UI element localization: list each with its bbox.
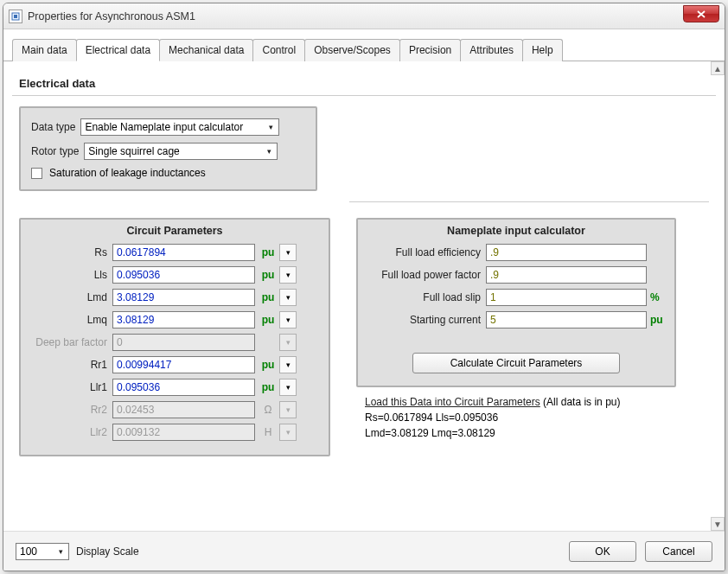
saturation-label: Saturation of leakage inductances	[49, 167, 206, 179]
tab-mechanical-data[interactable]: Mechanical data	[159, 39, 253, 61]
nameplate-label: Full load power factor	[365, 269, 486, 281]
tab-help[interactable]: Help	[522, 39, 563, 61]
param-row: Llr10.095036pu▾	[28, 379, 322, 396]
nameplate-input-0[interactable]: .9	[486, 244, 647, 261]
param-unit-dropdown[interactable]: ▾	[279, 379, 297, 396]
divider	[349, 201, 709, 202]
scroll-up-icon[interactable]: ▲	[711, 61, 725, 75]
electrical-data-group: Data type Enable Nameplate input calcula…	[19, 106, 317, 191]
param-row: Rs0.0617894pu▾	[28, 244, 322, 261]
param-unit-dropdown: ▾	[279, 424, 297, 441]
results-block: Load this Data into Circuit Parameters (…	[365, 394, 716, 441]
nameplate-label: Full load slip	[365, 291, 486, 303]
param-input-lmq[interactable]: 3.08129	[112, 311, 255, 328]
param-label: Llr1	[28, 381, 112, 393]
dialog-window: Properties for Asynchronous ASM1 Main da…	[3, 3, 725, 571]
nameplate-row: Full load slip1%	[365, 289, 667, 306]
param-unit: pu	[259, 246, 278, 258]
nameplate-input-1[interactable]: .9	[486, 266, 647, 284]
chevron-down-icon: ▾	[286, 360, 291, 369]
tab-main-data[interactable]: Main data	[12, 39, 77, 61]
chevron-down-icon: ▾	[286, 248, 291, 257]
param-unit: pu	[259, 291, 278, 303]
display-scale-select[interactable]: 100 ▾	[16, 543, 69, 560]
saturation-checkbox[interactable]	[31, 168, 42, 179]
param-unit-dropdown[interactable]: ▾	[279, 356, 297, 373]
nameplate-label: Full load efficiency	[365, 246, 486, 258]
titlebar: Properties for Asynchronous ASM1	[3, 3, 725, 29]
param-row: Llr20.009132H▾	[28, 424, 322, 441]
param-unit-dropdown[interactable]: ▾	[279, 244, 297, 261]
bottom-bar: 100 ▾ Display Scale OK Cancel	[3, 531, 725, 571]
scroll-down-icon[interactable]: ▼	[711, 517, 725, 531]
param-input-lmd[interactable]: 3.08129	[112, 289, 255, 306]
chevron-down-icon: ▾	[286, 338, 291, 347]
nameplate-panel: Nameplate input calculator Full load eff…	[356, 218, 676, 387]
nameplate-panel-title: Nameplate input calculator	[365, 225, 667, 237]
param-input-rs[interactable]: 0.0617894	[112, 244, 255, 261]
param-label: Lmq	[28, 314, 112, 326]
content-area: ▲ Electrical data Data type Enable Namep…	[3, 61, 725, 531]
nameplate-row: Starting current5pu	[365, 311, 667, 328]
chevron-down-icon: ▾	[286, 405, 291, 414]
rotor-type-select[interactable]: Single squirrel cage ▾	[84, 143, 278, 160]
chevron-down-icon: ▾	[286, 316, 291, 324]
param-label: Rr1	[28, 359, 112, 371]
display-scale-label: Display Scale	[76, 545, 139, 558]
app-icon	[9, 10, 22, 23]
chevron-down-icon: ▾	[265, 121, 277, 133]
nameplate-unit: pu	[650, 314, 667, 326]
param-label: Lmd	[28, 291, 112, 303]
tab-electrical-data[interactable]: Electrical data	[76, 39, 160, 61]
param-unit: Ω	[259, 404, 278, 416]
param-unit: pu	[259, 381, 278, 393]
param-label: Llr2	[28, 426, 112, 438]
param-unit-dropdown: ▾	[279, 334, 297, 351]
tab-precision[interactable]: Precision	[399, 39, 461, 61]
rotor-type-label: Rotor type	[31, 145, 79, 157]
tab-bar: Main data Electrical data Mechanical dat…	[3, 29, 725, 61]
ok-button[interactable]: OK	[569, 541, 636, 562]
param-unit-dropdown[interactable]: ▾	[279, 311, 297, 328]
tab-control[interactable]: Control	[252, 39, 305, 61]
param-unit: pu	[259, 359, 278, 371]
load-data-link[interactable]: Load this Data into Circuit Parameters	[365, 396, 540, 408]
close-button[interactable]	[683, 5, 719, 22]
tab-attributes[interactable]: Attributes	[460, 39, 523, 61]
cancel-button[interactable]: Cancel	[645, 541, 712, 562]
calculate-button[interactable]: Calculate Circuit Parameters	[412, 353, 620, 373]
param-unit-dropdown[interactable]: ▾	[279, 266, 297, 284]
nameplate-label: Starting current	[365, 314, 486, 326]
param-row: Lmq3.08129pu▾	[28, 311, 322, 328]
nameplate-row: Full load efficiency.9	[365, 244, 667, 261]
param-label: Lls	[28, 269, 112, 281]
param-input-deep-bar-factor: 0	[112, 334, 255, 351]
param-input-lls[interactable]: 0.095036	[112, 266, 255, 284]
chevron-down-icon: ▾	[286, 428, 291, 437]
param-label: Rs	[28, 246, 112, 258]
param-input-rr2: 0.02453	[112, 401, 255, 418]
section-title: Electrical data	[19, 77, 716, 90]
param-label: Deep bar factor	[28, 336, 112, 348]
data-type-select[interactable]: Enable Nameplate input calculator ▾	[80, 118, 279, 136]
data-type-label: Data type	[31, 121, 75, 133]
param-unit-dropdown[interactable]: ▾	[279, 289, 297, 306]
result-line-1: Rs=0.0617894 Lls=0.095036	[365, 411, 498, 424]
divider	[12, 95, 716, 96]
circuit-parameters-panel: Circuit Parameters Rs0.0617894pu▾Lls0.09…	[19, 218, 330, 456]
param-row: Rr10.00994417pu▾	[28, 356, 322, 373]
circuit-panel-title: Circuit Parameters	[28, 225, 322, 237]
param-unit: pu	[259, 269, 278, 281]
param-input-llr1[interactable]: 0.095036	[112, 379, 255, 396]
param-input-rr1[interactable]: 0.00994417	[112, 356, 255, 373]
chevron-down-icon: ▾	[54, 545, 67, 558]
param-row: Deep bar factor0▾	[28, 334, 322, 351]
tab-observe-scopes[interactable]: Observe/Scopes	[304, 39, 400, 61]
nameplate-input-3[interactable]: 5	[486, 311, 647, 328]
chevron-down-icon: ▾	[286, 293, 291, 302]
param-unit: pu	[259, 314, 278, 326]
param-row: Lls0.095036pu▾	[28, 266, 322, 284]
chevron-down-icon: ▾	[263, 145, 275, 157]
nameplate-input-2[interactable]: 1	[486, 289, 647, 306]
param-row: Lmd3.08129pu▾	[28, 289, 322, 306]
